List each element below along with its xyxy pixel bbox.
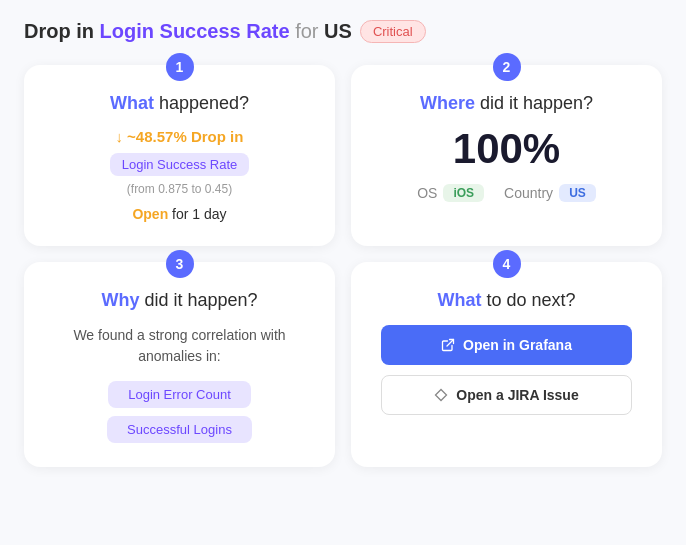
page-title: Drop in Login Success Rate for US: [24, 20, 352, 43]
country-group: Country US: [504, 184, 596, 202]
card3-title-keyword: Why: [101, 290, 139, 310]
percentage: 100%: [453, 128, 560, 170]
card2-title-rest: did it happen?: [475, 93, 593, 113]
os-group: OS iOS: [417, 184, 484, 202]
os-country-row: OS iOS Country US: [417, 184, 596, 202]
for-text: for: [295, 20, 318, 42]
jira-label: Open a JIRA Issue: [456, 387, 578, 403]
os-label: OS: [417, 185, 437, 201]
anomaly-tag-2: Successful Logins: [107, 416, 252, 443]
anomaly-tag-1: Login Error Count: [108, 381, 251, 408]
action-buttons: Open in Grafana Open a JIRA Issue: [371, 325, 642, 415]
grafana-label: Open in Grafana: [463, 337, 572, 353]
card-what-happened: 1 What happened? ↓~48.57% Drop in Login …: [24, 65, 335, 246]
card-why: 3 Why did it happen? We found a strong c…: [24, 262, 335, 467]
card-what-next: 4 What to do next? Open in Grafana: [351, 262, 662, 467]
open-label: Open: [132, 206, 168, 222]
open-jira-button[interactable]: Open a JIRA Issue: [381, 375, 632, 415]
open-grafana-button[interactable]: Open in Grafana: [381, 325, 632, 365]
external-link-icon: [441, 338, 455, 352]
card2-title: Where did it happen?: [420, 93, 593, 114]
jira-icon: [434, 388, 448, 402]
card4-title: What to do next?: [437, 290, 575, 311]
drop-arrow-icon: ↓: [116, 128, 124, 145]
card4-title-keyword: What: [437, 290, 481, 310]
card2-title-keyword: Where: [420, 93, 475, 113]
cards-grid: 1 What happened? ↓~48.57% Drop in Login …: [24, 65, 662, 467]
country-label: Country: [504, 185, 553, 201]
open-duration-text: for 1 day: [168, 206, 226, 222]
card3-title-rest: did it happen?: [139, 290, 257, 310]
anomaly-tags: Login Error Count Successful Logins: [107, 381, 252, 443]
step-badge-1: 1: [166, 53, 194, 81]
os-value: iOS: [443, 184, 484, 202]
metric-name: Login Success Rate: [100, 20, 290, 42]
card1-title: What happened?: [110, 93, 249, 114]
country-value: US: [559, 184, 596, 202]
step-badge-4: 4: [493, 250, 521, 278]
range-text: (from 0.875 to 0.45): [127, 182, 232, 196]
card1-title-keyword: What: [110, 93, 154, 113]
drop-value: ↓~48.57% Drop in: [116, 128, 244, 145]
step-badge-3: 3: [166, 250, 194, 278]
card4-title-rest: to do next?: [481, 290, 575, 310]
page-header: Drop in Login Success Rate for US Critic…: [24, 20, 662, 43]
card3-title: Why did it happen?: [101, 290, 257, 311]
open-duration: Open for 1 day: [132, 206, 226, 222]
region-text: US: [324, 20, 352, 42]
drop-value-text: ~48.57% Drop in: [127, 128, 243, 145]
metric-tag: Login Success Rate: [110, 153, 250, 176]
critical-badge: Critical: [360, 20, 426, 43]
correlation-text: We found a strong correlation with anoma…: [44, 325, 315, 367]
card-where: 2 Where did it happen? 100% OS iOS Count…: [351, 65, 662, 246]
card1-title-rest: happened?: [154, 93, 249, 113]
step-badge-2: 2: [493, 53, 521, 81]
drop-in-text: Drop in: [24, 20, 94, 42]
